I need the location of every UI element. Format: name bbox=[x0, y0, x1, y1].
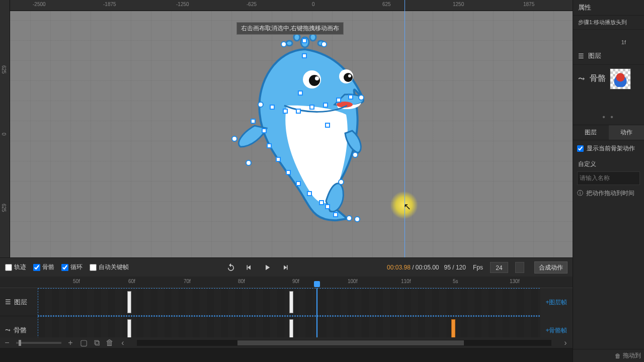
scroll-right-icon[interactable]: › bbox=[561, 339, 570, 347]
keyframe[interactable] bbox=[127, 291, 131, 313]
bone-node[interactable] bbox=[309, 105, 314, 110]
timeline: ☰ 图层 ⤳ 骨骼 50f60f70f80f90f100f110f5s130f … bbox=[0, 277, 573, 348]
bone-node[interactable] bbox=[267, 143, 272, 148]
drag-to-label[interactable]: 拖动到 bbox=[623, 351, 641, 360]
bone-joint[interactable] bbox=[281, 41, 287, 47]
fps-input[interactable]: 24 bbox=[490, 262, 508, 273]
bone-node[interactable] bbox=[298, 90, 303, 96]
layers-icon: ☰ bbox=[578, 52, 584, 60]
tab-action[interactable]: 动作 bbox=[609, 125, 645, 140]
track-layer[interactable] bbox=[38, 288, 573, 316]
timeline-bottom-toolbar: − + ▢ ⧉ 🗑 ‹ › bbox=[0, 337, 573, 348]
bone-node[interactable] bbox=[286, 170, 291, 175]
timeline-tracks[interactable] bbox=[38, 288, 573, 337]
fps-dropdown[interactable] bbox=[515, 262, 524, 273]
bone-joint[interactable] bbox=[246, 160, 252, 166]
svg-point-1 bbox=[294, 34, 300, 41]
chk-bone[interactable]: 骨骼 bbox=[33, 263, 54, 272]
bone-node[interactable] bbox=[302, 53, 307, 58]
ruler-v-tick: 625 bbox=[1, 65, 7, 74]
timeline-add-column: +图层帧 +骨骼帧 bbox=[540, 288, 573, 344]
playback-bar: 轨迹 骨骼 循环 自动关键帧 00:03.98 / 00:05.00 95 / … bbox=[0, 257, 573, 277]
panel-spacer bbox=[573, 29, 644, 47]
bone-node[interactable] bbox=[323, 103, 328, 108]
svg-point-11 bbox=[348, 74, 351, 77]
bone-node[interactable] bbox=[270, 105, 275, 110]
bone-node[interactable] bbox=[251, 119, 256, 124]
bone-node[interactable] bbox=[325, 123, 330, 128]
next-frame-button[interactable] bbox=[281, 263, 290, 272]
svg-point-10 bbox=[344, 73, 353, 82]
panel-bottom: 🗑 拖动到 bbox=[573, 349, 644, 362]
delete-button[interactable]: 🗑 bbox=[106, 339, 114, 347]
bone-node[interactable] bbox=[348, 95, 353, 100]
chk-loop[interactable]: 循环 bbox=[61, 263, 83, 272]
timeline-scrollbar[interactable] bbox=[137, 340, 551, 346]
bone-joint[interactable] bbox=[258, 102, 264, 108]
timeline-playhead[interactable] bbox=[316, 288, 317, 337]
bone-node[interactable] bbox=[333, 212, 338, 217]
info-icon: ⓘ bbox=[577, 189, 583, 198]
cursor-icon: ↖ bbox=[404, 201, 411, 212]
chk-track[interactable]: 轨迹 bbox=[5, 263, 26, 272]
custom-label[interactable]: 自定义 bbox=[573, 157, 644, 171]
drag-hint: ⓘ 把动作拖动到时间 bbox=[573, 185, 644, 202]
panel-step: 步骤1:移动播放头到 bbox=[573, 16, 644, 29]
playback-controls bbox=[226, 263, 290, 272]
frame-badge: 1f bbox=[621, 39, 626, 45]
svg-point-8 bbox=[315, 76, 319, 80]
scroll-left-icon[interactable]: ‹ bbox=[119, 339, 127, 347]
bone-node[interactable] bbox=[302, 38, 307, 43]
layers-icon: ☰ bbox=[5, 298, 11, 306]
bone-joint[interactable] bbox=[338, 179, 344, 185]
zoom-slider[interactable] bbox=[16, 342, 61, 344]
bone-node[interactable] bbox=[262, 128, 267, 133]
tool-a-icon[interactable]: ▢ bbox=[79, 339, 88, 347]
bone-joint[interactable] bbox=[358, 95, 364, 101]
bone-node[interactable] bbox=[336, 98, 341, 103]
bone-thumbnail[interactable] bbox=[610, 68, 631, 89]
zoom-out-button[interactable]: − bbox=[3, 339, 11, 347]
ruler-v-tick: 625 bbox=[1, 204, 7, 212]
svg-point-7 bbox=[309, 75, 320, 86]
name-input[interactable]: 请输入名称 bbox=[577, 171, 640, 185]
bone-node[interactable] bbox=[319, 200, 324, 205]
character-dolphin[interactable] bbox=[231, 30, 372, 231]
bone-node[interactable] bbox=[296, 181, 301, 186]
svg-point-3 bbox=[286, 41, 292, 46]
panel-row-bone[interactable]: ⤳ 骨骼 bbox=[573, 64, 644, 93]
add-layer-keyframe-button[interactable]: +图层帧 bbox=[540, 288, 573, 316]
ruler-vertical: 625 0 625 bbox=[0, 0, 10, 257]
prev-frame-button[interactable] bbox=[245, 263, 254, 272]
keyframe[interactable] bbox=[289, 291, 293, 313]
panel-row-layer[interactable]: ☰ 图层 bbox=[573, 47, 644, 64]
tool-b-icon[interactable]: ⧉ bbox=[93, 339, 101, 347]
bone-node[interactable] bbox=[276, 157, 281, 162]
compose-action-button[interactable]: 合成动作 bbox=[534, 261, 568, 274]
rewind-button[interactable] bbox=[226, 263, 235, 272]
chk-show-bone-action[interactable]: 显示当前骨架动作 bbox=[573, 140, 644, 157]
timeline-ruler[interactable]: 50f60f70f80f90f100f110f5s130f bbox=[38, 277, 573, 288]
bone-joint[interactable] bbox=[231, 136, 237, 142]
bone-node[interactable] bbox=[296, 109, 301, 114]
canvas[interactable]: 右击画布取消选中,右键拖拽移动画布 bbox=[10, 0, 573, 257]
canvas-hint: 右击画布取消选中,右键拖拽移动画布 bbox=[236, 22, 344, 35]
bone-joint[interactable] bbox=[321, 41, 327, 47]
fps-label: Fps bbox=[473, 264, 483, 271]
bone-joint[interactable] bbox=[354, 216, 360, 222]
timecode: 00:03.98 / 00:05.00 95 / 120 bbox=[387, 264, 466, 271]
bone-node[interactable] bbox=[307, 191, 312, 196]
tab-layer[interactable]: 图层 bbox=[573, 125, 609, 140]
bone-joint[interactable] bbox=[352, 152, 358, 158]
chk-autokey[interactable]: 自动关键帧 bbox=[90, 263, 129, 272]
trash-icon[interactable]: 🗑 bbox=[615, 352, 621, 359]
zoom-in-button[interactable]: + bbox=[66, 339, 74, 347]
bone-joint[interactable] bbox=[346, 215, 352, 221]
timeline-header-layer[interactable]: ☰ 图层 bbox=[0, 288, 38, 316]
bone-node[interactable] bbox=[325, 204, 330, 209]
bone-node[interactable] bbox=[283, 109, 288, 114]
pager-dots: • • bbox=[573, 93, 644, 125]
play-button[interactable] bbox=[263, 263, 272, 272]
properties-panel: 属性 步骤1:移动播放头到 1f ☰ 图层 ⤳ 骨骼 • • 图层 动作 显示当… bbox=[573, 0, 644, 362]
ruler-horizontal: -2500-1875-1250-625062512501875 bbox=[10, 0, 573, 11]
